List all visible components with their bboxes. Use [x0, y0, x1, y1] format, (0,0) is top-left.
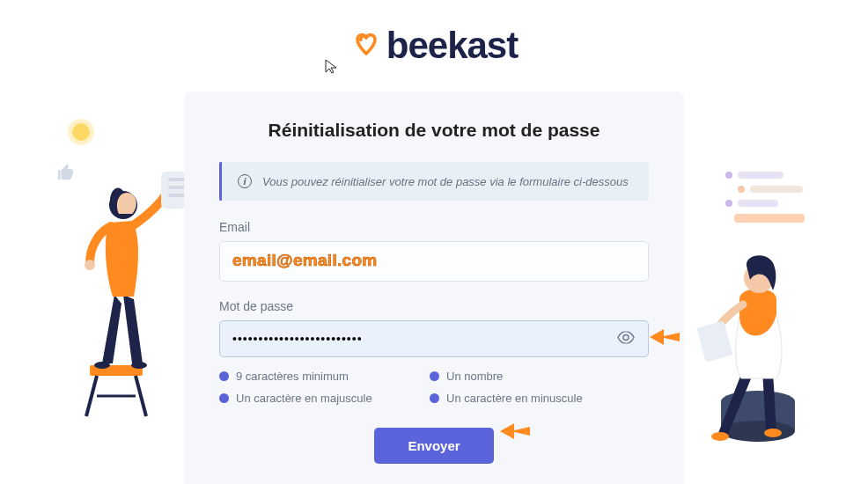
reset-password-card: Réinitialisation de votre mot de passe i… — [184, 92, 684, 484]
svg-line-1 — [86, 376, 97, 416]
brand-name: beekast — [386, 25, 518, 67]
password-label: Mot de passe — [219, 299, 649, 313]
email-label: Email — [219, 220, 649, 234]
svg-point-16 — [623, 335, 629, 341]
cursor-icon — [324, 58, 340, 74]
svg-rect-14 — [696, 321, 732, 363]
rule-item: Un caractère en minuscule — [430, 392, 619, 405]
eye-icon — [617, 332, 635, 344]
email-field[interactable]: email@email.com — [219, 241, 649, 282]
chat-bubbles-icon — [725, 172, 822, 230]
lightbulb-icon — [72, 123, 90, 141]
svg-point-5 — [131, 362, 147, 369]
annotation-arrow-icon — [650, 329, 680, 345]
annotation-arrow-icon — [500, 423, 530, 439]
info-banner: i Vous pouvez réinitialiser votre mot de… — [219, 162, 649, 201]
card-title: Réinitialisation de votre mot de passe — [219, 120, 649, 141]
info-icon: i — [238, 174, 252, 188]
rule-text: Un caractère en majuscule — [236, 392, 372, 405]
email-input-wrap: email@email.com — [219, 241, 649, 282]
beekast-heart-icon — [350, 28, 382, 63]
svg-point-4 — [94, 362, 110, 369]
rule-text: Un caractère en minuscule — [446, 392, 583, 405]
password-input-wrap — [219, 320, 649, 357]
rule-text: Un nombre — [446, 370, 503, 383]
thumbs-up-icon — [56, 163, 76, 182]
rule-dot-icon — [430, 371, 439, 381]
submit-button[interactable]: Envoyer — [374, 428, 493, 464]
svg-point-7 — [85, 260, 95, 270]
info-text: Vous pouvez réinitialiser votre mot de p… — [262, 175, 629, 188]
brand-logo: beekast — [0, 0, 868, 67]
svg-point-13 — [764, 429, 782, 437]
rule-text: 9 caractères minimum — [236, 370, 349, 383]
rule-item: Un nombre — [430, 370, 619, 383]
password-field[interactable] — [219, 320, 649, 357]
rule-dot-icon — [219, 371, 229, 381]
rule-item: 9 caractères minimum — [219, 370, 408, 383]
rule-dot-icon — [219, 393, 229, 403]
rule-dot-icon — [430, 393, 439, 403]
svg-point-12 — [711, 432, 729, 441]
svg-line-2 — [136, 376, 146, 416]
toggle-password-visibility-button[interactable] — [614, 328, 638, 350]
password-rules: 9 caractères minimum Un nombre Un caract… — [219, 370, 649, 405]
rule-item: Un caractère en majuscule — [219, 392, 408, 405]
